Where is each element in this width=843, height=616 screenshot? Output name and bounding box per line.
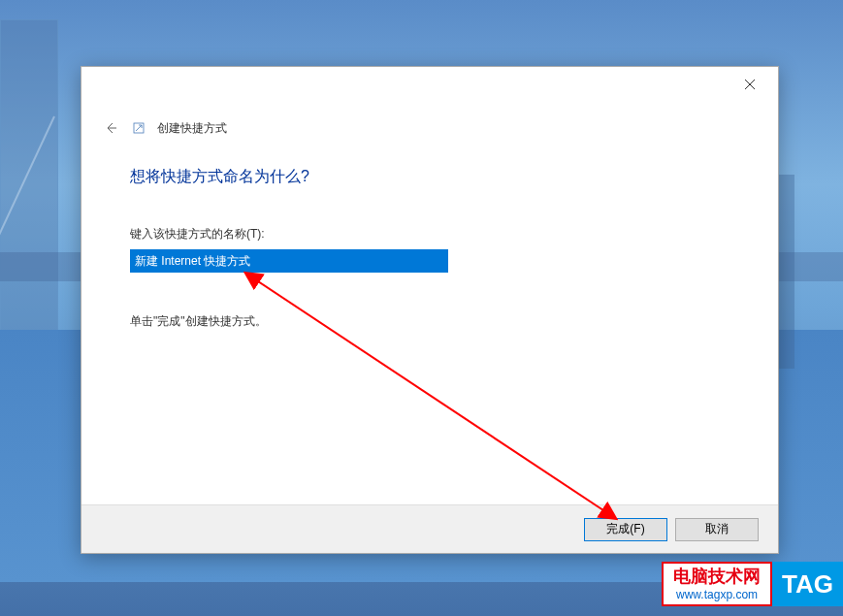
shortcut-icon [132, 121, 146, 135]
create-shortcut-dialog: 创建快捷方式 想将快捷方式命名为什么? 键入该快捷方式的名称(T): 单击"完成… [81, 66, 779, 554]
close-icon [745, 80, 755, 89]
finish-button[interactable]: 完成(F) [584, 518, 667, 541]
title-bar: 创建快捷方式 [81, 101, 778, 138]
close-button[interactable] [736, 71, 763, 98]
dialog-header [81, 67, 778, 101]
watermark: 电脑技术网 www.tagxp.com TAG [662, 562, 843, 606]
watermark-title: 电脑技术网 [673, 567, 761, 588]
name-field-label: 键入该快捷方式的名称(T): [130, 226, 730, 243]
instruction-text: 单击"完成"创建快捷方式。 [130, 313, 730, 330]
dialog-content: 想将快捷方式命名为什么? 键入该快捷方式的名称(T): 单击"完成"创建快捷方式… [81, 138, 778, 504]
dialog-footer: 完成(F) 取消 [81, 504, 778, 553]
page-heading: 想将快捷方式命名为什么? [130, 167, 730, 187]
cancel-button[interactable]: 取消 [675, 518, 759, 541]
back-arrow-icon [103, 120, 118, 136]
back-button[interactable] [101, 118, 120, 138]
shortcut-name-input[interactable] [130, 249, 448, 273]
watermark-text-box: 电脑技术网 www.tagxp.com [662, 562, 772, 606]
wizard-title: 创建快捷方式 [157, 120, 227, 137]
watermark-tag: TAG [772, 562, 843, 606]
watermark-url: www.tagxp.com [676, 588, 758, 601]
